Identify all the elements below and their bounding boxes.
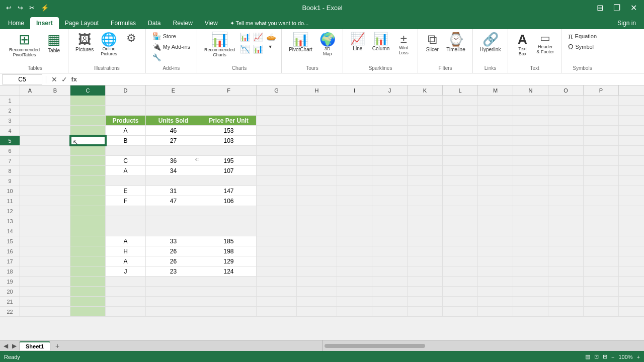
cell-p18[interactable] (584, 266, 619, 276)
cell-o7[interactable] (548, 156, 584, 165)
cell-h2[interactable] (297, 106, 337, 115)
col-header-l[interactable]: L (443, 85, 478, 96)
cell-a17[interactable] (20, 256, 40, 266)
cell-j13[interactable] (372, 216, 408, 226)
row-num-3[interactable]: 3 (0, 116, 20, 125)
cell-m11[interactable] (478, 196, 513, 206)
row-num-14[interactable]: 14 (0, 226, 20, 236)
cell-n9[interactable] (513, 176, 548, 186)
cell-l2[interactable] (443, 106, 478, 115)
cell-o2[interactable] (548, 106, 584, 115)
row-num-9[interactable]: 9 (0, 176, 20, 186)
cell-c8[interactable] (70, 166, 106, 175)
cell-b13[interactable] (40, 216, 70, 226)
cell-a1[interactable] (20, 96, 40, 105)
cell-n6[interactable] (513, 146, 548, 155)
cell-k2[interactable] (408, 106, 443, 115)
cell-c19[interactable] (70, 277, 106, 286)
cell-c18[interactable] (70, 266, 106, 276)
cell-o19[interactable] (548, 277, 584, 286)
cell-f12[interactable] (201, 206, 257, 216)
cell-g5[interactable] (257, 136, 297, 145)
cell-i3[interactable] (337, 116, 372, 125)
cell-p14[interactable] (584, 226, 619, 236)
cell-b12[interactable] (40, 206, 70, 216)
cell-j3[interactable] (372, 116, 408, 125)
row-num-15[interactable]: 15 (0, 236, 20, 246)
col-header-d[interactable]: D (106, 85, 146, 96)
cell-j17[interactable] (372, 256, 408, 266)
cell-a16[interactable] (20, 246, 40, 256)
tab-page-layout[interactable]: Page Layout (59, 17, 105, 29)
cell-c22[interactable] (70, 307, 106, 316)
cell-n11[interactable] (513, 196, 548, 206)
cell-n8[interactable] (513, 166, 548, 175)
cell-n1[interactable] (513, 96, 548, 105)
cell-p22[interactable] (584, 307, 619, 316)
cell-b3[interactable] (40, 116, 70, 125)
cell-i21[interactable] (337, 297, 372, 306)
cell-b9[interactable] (40, 176, 70, 186)
zoom-out-button[interactable]: − (611, 354, 614, 360)
cell-j15[interactable] (372, 236, 408, 246)
cell-g3[interactable] (257, 116, 297, 125)
timeline-button[interactable]: ⌚ Timeline (443, 31, 468, 54)
cell-h22[interactable] (297, 307, 337, 316)
cell-f11[interactable]: 106 (201, 196, 257, 206)
cell-d5[interactable]: B (106, 136, 146, 145)
cell-m8[interactable] (478, 166, 513, 175)
cell-b6[interactable] (40, 146, 70, 155)
cell-f17[interactable]: 129 (201, 256, 257, 266)
cell-h14[interactable] (297, 226, 337, 236)
cell-g8[interactable] (257, 166, 297, 175)
cell-o10[interactable] (548, 186, 584, 196)
cell-l3[interactable] (443, 116, 478, 125)
cell-c17[interactable] (70, 256, 106, 266)
cell-d14[interactable] (106, 226, 146, 236)
cell-k9[interactable] (408, 176, 443, 186)
cell-b14[interactable] (40, 226, 70, 236)
cell-p2[interactable] (584, 106, 619, 115)
cell-b4[interactable] (40, 126, 70, 135)
cell-b8[interactable] (40, 166, 70, 175)
cell-a22[interactable] (20, 307, 40, 316)
cell-h11[interactable] (297, 196, 337, 206)
cell-n14[interactable] (513, 226, 548, 236)
pivot-chart-button[interactable]: 📊 PivotChart (286, 31, 315, 54)
cell-l14[interactable] (443, 226, 478, 236)
redo-icon[interactable]: ↪ (16, 3, 25, 13)
cell-c4[interactable] (70, 126, 106, 135)
cell-k18[interactable] (408, 266, 443, 276)
table-button[interactable]: ▦ Table (44, 31, 64, 55)
cell-i15[interactable] (337, 236, 372, 246)
cell-j21[interactable] (372, 297, 408, 306)
cell-g9[interactable] (257, 176, 297, 186)
cell-e14[interactable] (146, 226, 201, 236)
cell-g1[interactable] (257, 96, 297, 105)
cell-a13[interactable] (20, 216, 40, 226)
cell-m1[interactable] (478, 96, 513, 105)
page-break-view-button[interactable]: ⊞ (603, 353, 607, 360)
cell-b18[interactable] (40, 266, 70, 276)
cell-k22[interactable] (408, 307, 443, 316)
cell-c15[interactable] (70, 236, 106, 246)
cell-p12[interactable] (584, 206, 619, 216)
cell-k6[interactable] (408, 146, 443, 155)
cell-k19[interactable] (408, 277, 443, 286)
cell-e3-units[interactable]: Units Sold (146, 116, 201, 125)
cell-c9[interactable] (70, 176, 106, 186)
prev-sheet-button[interactable]: ◀ (2, 342, 10, 349)
cell-f5[interactable]: 103 (201, 136, 257, 145)
cell-l19[interactable] (443, 277, 478, 286)
row-num-22[interactable]: 22 (0, 307, 20, 316)
cell-k14[interactable] (408, 226, 443, 236)
cell-g2[interactable] (257, 106, 297, 115)
add-sheet-button[interactable]: + (51, 341, 63, 351)
cell-i20[interactable] (337, 287, 372, 296)
cell-o20[interactable] (548, 287, 584, 296)
cell-j2[interactable] (372, 106, 408, 115)
cell-l15[interactable] (443, 236, 478, 246)
cell-j20[interactable] (372, 287, 408, 296)
cell-g11[interactable] (257, 196, 297, 206)
cell-d7[interactable]: C (106, 156, 146, 165)
